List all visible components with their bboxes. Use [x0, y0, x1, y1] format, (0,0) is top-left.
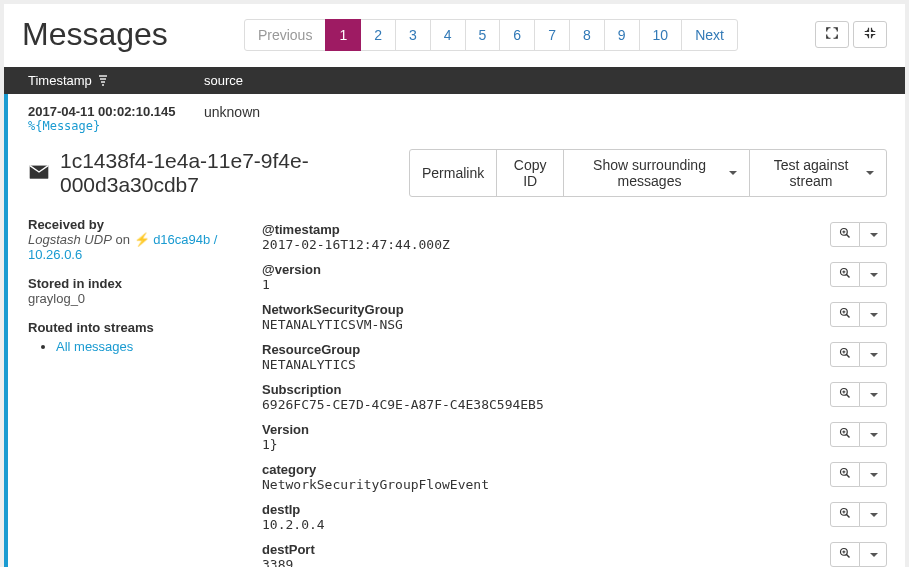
field-menu-button[interactable]: [859, 502, 887, 527]
zoom-in-icon: [839, 547, 851, 562]
field-value: NETANALYTICSVM-NSG: [262, 317, 830, 332]
page-5[interactable]: 5: [465, 19, 501, 51]
chevron-down-icon: [870, 353, 878, 357]
column-header-source[interactable]: source: [204, 73, 905, 88]
show-surrounding-button[interactable]: Show surrounding messages: [563, 149, 750, 197]
stream-link-all-messages[interactable]: All messages: [56, 339, 133, 354]
row-message-expr[interactable]: %{Message}: [28, 119, 204, 133]
field-menu-button[interactable]: [859, 262, 887, 287]
chevron-down-icon: [870, 553, 878, 557]
chevron-down-icon: [729, 171, 737, 175]
collapse-button[interactable]: [853, 21, 887, 48]
expand-button[interactable]: [815, 21, 849, 48]
field-name: @timestamp: [262, 222, 830, 237]
column-header-timestamp[interactable]: Timestamp: [4, 73, 204, 88]
test-against-stream-button[interactable]: Test against stream: [749, 149, 887, 197]
field-menu-button[interactable]: [859, 462, 887, 487]
zoom-in-icon: [839, 427, 851, 442]
zoom-in-icon: [839, 467, 851, 482]
field-search-button[interactable]: [830, 302, 860, 327]
field-search-button[interactable]: [830, 222, 860, 247]
field-row: NetworkSecurityGroupNETANALYTICSVM-NSG: [262, 297, 887, 337]
page-3[interactable]: 3: [395, 19, 431, 51]
field-menu-button[interactable]: [859, 302, 887, 327]
zoom-in-icon: [839, 507, 851, 522]
bolt-icon: ⚡: [134, 232, 150, 247]
field-row: ResourceGroupNETANALYTICS: [262, 337, 887, 377]
field-search-button[interactable]: [830, 262, 860, 287]
field-value: 6926FC75-CE7D-4C9E-A87F-C4E38C594EB5: [262, 397, 830, 412]
field-value: NETANALYTICS: [262, 357, 830, 372]
received-by-input: Logstash UDP: [28, 232, 112, 247]
stored-in-index-value: graylog_0: [28, 291, 238, 306]
row-source: unknown: [204, 104, 905, 133]
page-7[interactable]: 7: [534, 19, 570, 51]
field-search-button[interactable]: [830, 542, 860, 567]
field-name: category: [262, 462, 830, 477]
page-1[interactable]: 1: [325, 19, 361, 51]
field-menu-button[interactable]: [859, 542, 887, 567]
field-row: Subscription6926FC75-CE7D-4C9E-A87F-C4E3…: [262, 377, 887, 417]
message-id: 1c1438f4-1e4a-11e7-9f4e-000d3a30cdb7: [60, 149, 397, 197]
field-value: 2017-02-16T12:47:44.000Z: [262, 237, 830, 252]
field-menu-button[interactable]: [859, 422, 887, 447]
chevron-down-icon: [870, 313, 878, 317]
page-prev[interactable]: Previous: [244, 19, 326, 51]
field-row: @version1: [262, 257, 887, 297]
page-4[interactable]: 4: [430, 19, 466, 51]
field-menu-button[interactable]: [859, 342, 887, 367]
field-name: NetworkSecurityGroup: [262, 302, 830, 317]
chevron-down-icon: [866, 171, 874, 175]
envelope-icon: [28, 161, 50, 186]
field-name: destIp: [262, 502, 830, 517]
field-row: @timestamp2017-02-16T12:47:44.000Z: [262, 217, 887, 257]
field-name: Subscription: [262, 382, 830, 397]
svg-line-1: [847, 235, 850, 238]
field-search-button[interactable]: [830, 382, 860, 407]
page-6[interactable]: 6: [499, 19, 535, 51]
page-8[interactable]: 8: [569, 19, 605, 51]
field-row: destIp10.2.0.4: [262, 497, 887, 537]
zoom-in-icon: [839, 227, 851, 242]
field-search-button[interactable]: [830, 422, 860, 447]
copy-id-button[interactable]: Copy ID: [496, 149, 564, 197]
field-value: 10.2.0.4: [262, 517, 830, 532]
expand-icon: [826, 27, 838, 42]
svg-line-9: [847, 315, 850, 318]
field-search-button[interactable]: [830, 462, 860, 487]
svg-line-29: [847, 515, 850, 518]
page-title: Messages: [22, 16, 168, 53]
zoom-in-icon: [839, 347, 851, 362]
field-value: 1}: [262, 437, 830, 452]
page-next[interactable]: Next: [681, 19, 738, 51]
field-value: NetworkSecurityGroupFlowEvent: [262, 477, 830, 492]
chevron-down-icon: [870, 473, 878, 477]
sort-desc-icon: [98, 75, 108, 87]
field-menu-button[interactable]: [859, 382, 887, 407]
field-name: @version: [262, 262, 830, 277]
field-search-button[interactable]: [830, 342, 860, 367]
permalink-button[interactable]: Permalink: [409, 149, 497, 197]
page-9[interactable]: 9: [604, 19, 640, 51]
field-row: categoryNetworkSecurityGroupFlowEvent: [262, 457, 887, 497]
chevron-down-icon: [870, 233, 878, 237]
field-value: 3389: [262, 557, 830, 567]
svg-line-13: [847, 355, 850, 358]
field-menu-button[interactable]: [859, 222, 887, 247]
field-name: Version: [262, 422, 830, 437]
chevron-down-icon: [870, 433, 878, 437]
page-10[interactable]: 10: [639, 19, 683, 51]
field-row: destPort3389: [262, 537, 887, 567]
chevron-down-icon: [870, 513, 878, 517]
svg-line-17: [847, 395, 850, 398]
field-search-button[interactable]: [830, 502, 860, 527]
field-value: 1: [262, 277, 830, 292]
page-2[interactable]: 2: [360, 19, 396, 51]
pagination: Previous 1 2 3 4 5 6 7 8 9 10 Next: [245, 19, 738, 51]
field-name: ResourceGroup: [262, 342, 830, 357]
zoom-in-icon: [839, 387, 851, 402]
received-by-label: Received by: [28, 217, 238, 232]
zoom-in-icon: [839, 307, 851, 322]
field-name: destPort: [262, 542, 830, 557]
svg-line-25: [847, 475, 850, 478]
